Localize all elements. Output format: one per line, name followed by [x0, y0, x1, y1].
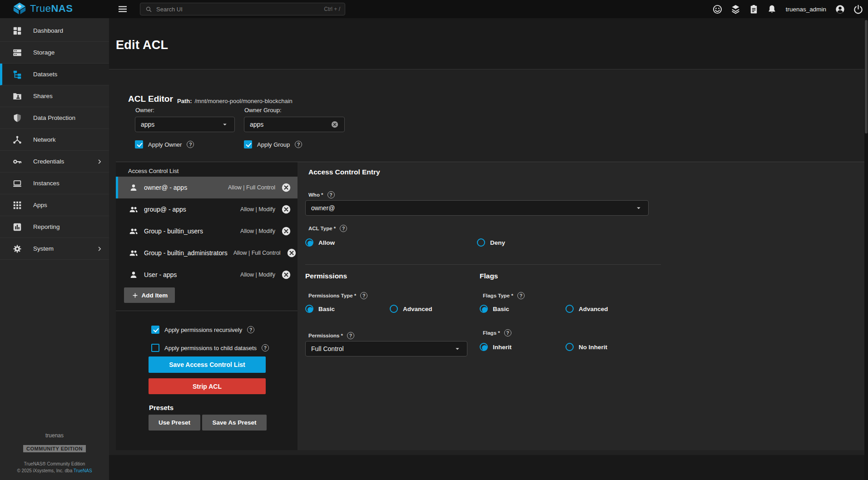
- edit-acl-card: ACL Editor Path:/mnt/monero-pool/monero-…: [109, 69, 868, 455]
- page-scrollbar[interactable]: [864, 18, 868, 480]
- datasets-tree-icon: [12, 69, 22, 79]
- content-footer-strip: [109, 455, 868, 480]
- remove-entry-icon[interactable]: [281, 183, 291, 193]
- save-acl-button[interactable]: Save Access Control List: [149, 356, 266, 373]
- sidebar-item-credentials[interactable]: Credentials: [0, 151, 109, 173]
- sidebar-item-dashboard[interactable]: Dashboard: [0, 20, 109, 42]
- flags-label: Flags *: [483, 329, 511, 336]
- hostname: truenas: [0, 432, 109, 439]
- sidebar-item-network[interactable]: Network: [0, 129, 109, 151]
- apply-group-checkbox[interactable]: Apply Group: [244, 140, 302, 148]
- add-item-button[interactable]: Add Item: [124, 287, 175, 303]
- sidebar-item-system[interactable]: System: [0, 238, 109, 260]
- acl-entry-row-builtin-administrators[interactable]: Group - builtin_administrators Allow | F…: [116, 242, 298, 264]
- truenas-link[interactable]: TrueNAS: [74, 468, 92, 473]
- remove-entry-icon[interactable]: [287, 248, 297, 258]
- access-control-entry-panel: Access Control Entry Who * owner@ ACL Ty…: [298, 162, 864, 450]
- clear-input-icon[interactable]: [331, 120, 339, 129]
- apply-to-child-datasets-checkbox[interactable]: Apply permissions to child datasets: [151, 344, 269, 352]
- dropdown-caret-icon: [221, 120, 229, 129]
- apps-grid-icon: [12, 200, 22, 210]
- help-icon[interactable]: [517, 292, 525, 299]
- checkbox-icon: [151, 326, 159, 334]
- sidebar-item-reporting[interactable]: Reporting: [0, 216, 109, 238]
- acl-entry-list: owner@ - apps Allow | Full Control group…: [116, 177, 298, 286]
- jobs-clipboard-icon[interactable]: [749, 4, 759, 15]
- sidebar-item-label: System: [33, 245, 54, 252]
- save-as-preset-button[interactable]: Save As Preset: [202, 415, 267, 431]
- help-icon[interactable]: [360, 292, 367, 299]
- sidebar-item-label: Data Protection: [33, 114, 75, 121]
- laptop-icon: [12, 178, 22, 188]
- permissions-select[interactable]: Full Control: [305, 341, 467, 356]
- help-icon[interactable]: [187, 141, 194, 148]
- chevron-right-icon: [95, 158, 104, 166]
- key-icon: [12, 157, 22, 167]
- menu-toggle-icon[interactable]: [117, 4, 128, 15]
- permissions-type-advanced-radio[interactable]: Advanced: [390, 305, 432, 313]
- sidebar-item-label: Credentials: [33, 158, 64, 165]
- sidebar-item-datasets[interactable]: Datasets: [0, 64, 109, 85]
- sidebar-item-label: Reporting: [33, 223, 60, 230]
- bar-chart-icon: [12, 222, 22, 232]
- truenas-logo[interactable]: TrueNAS: [13, 2, 73, 15]
- help-icon[interactable]: [247, 326, 254, 333]
- acl-entry-row-owner[interactable]: owner@ - apps Allow | Full Control: [116, 177, 298, 198]
- scrollbar-thumb[interactable]: [865, 20, 868, 134]
- owner-select[interactable]: apps: [135, 117, 235, 132]
- apply-recursively-checkbox[interactable]: Apply permissions recursively: [151, 326, 254, 334]
- divider: [305, 264, 661, 265]
- storage-icon: [12, 48, 22, 58]
- radio-icon: [390, 305, 398, 313]
- acl-entry-row-user-apps[interactable]: User - apps Allow | Modify: [116, 264, 298, 286]
- acl-entry-row-group[interactable]: group@ - apps Allow | Modify: [116, 198, 298, 220]
- sidebar-item-shares[interactable]: Shares: [0, 85, 109, 107]
- sidebar-item-data-protection[interactable]: Data Protection: [0, 107, 109, 129]
- strip-acl-button[interactable]: Strip ACL: [149, 378, 266, 394]
- acl-type-allow-radio[interactable]: Allow: [305, 238, 335, 247]
- shield-icon: [12, 113, 22, 123]
- edition-badge: COMMUNITY EDITION: [0, 444, 109, 452]
- help-icon[interactable]: [262, 344, 269, 351]
- sidebar-item-instances[interactable]: Instances: [0, 173, 109, 194]
- brand-text: TrueNAS: [30, 3, 73, 15]
- sidebar-item-apps[interactable]: Apps: [0, 194, 109, 216]
- truecommand-icon[interactable]: [730, 4, 741, 15]
- help-icon[interactable]: [295, 141, 302, 148]
- flags-type-advanced-radio[interactable]: Advanced: [565, 305, 608, 313]
- sidebar-item-storage[interactable]: Storage: [0, 42, 109, 64]
- power-icon[interactable]: [853, 4, 863, 15]
- global-search[interactable]: Ctrl + /: [140, 3, 345, 15]
- acl-entry-row-builtin-users[interactable]: Group - builtin_users Allow | Modify: [116, 220, 298, 242]
- who-select[interactable]: owner@: [305, 200, 649, 216]
- help-icon[interactable]: [327, 191, 335, 198]
- permissions-type-label: Permissions Type *: [308, 292, 367, 299]
- search-input[interactable]: [156, 6, 320, 13]
- remove-entry-icon[interactable]: [281, 226, 291, 236]
- feedback-smiley-icon[interactable]: [712, 4, 723, 15]
- acl-type-deny-radio[interactable]: Deny: [477, 238, 505, 247]
- flags-type-label: Flags Type *: [483, 292, 525, 299]
- use-preset-button[interactable]: Use Preset: [149, 415, 200, 431]
- dashboard-icon: [12, 26, 22, 36]
- flags-type-basic-radio[interactable]: Basic: [480, 305, 509, 313]
- radio-icon: [305, 305, 313, 313]
- radio-icon: [565, 305, 574, 313]
- help-icon[interactable]: [504, 329, 511, 336]
- help-icon[interactable]: [340, 225, 347, 232]
- radio-icon: [305, 238, 313, 247]
- owner-group-input[interactable]: apps: [244, 117, 345, 132]
- user-avatar-icon[interactable]: [835, 4, 845, 15]
- owner-label: Owner:: [135, 107, 154, 114]
- remove-entry-icon[interactable]: [281, 270, 291, 280]
- permissions-heading: Permissions: [305, 272, 347, 280]
- person-icon: [129, 183, 138, 192]
- radio-icon: [565, 343, 574, 351]
- alerts-bell-icon[interactable]: [767, 4, 777, 15]
- remove-entry-icon[interactable]: [281, 204, 291, 214]
- help-icon[interactable]: [347, 332, 354, 339]
- flags-no-inherit-radio[interactable]: No Inherit: [565, 343, 607, 351]
- permissions-type-basic-radio[interactable]: Basic: [305, 305, 335, 313]
- flags-inherit-radio[interactable]: Inherit: [480, 343, 511, 351]
- apply-owner-checkbox[interactable]: Apply Owner: [135, 140, 194, 148]
